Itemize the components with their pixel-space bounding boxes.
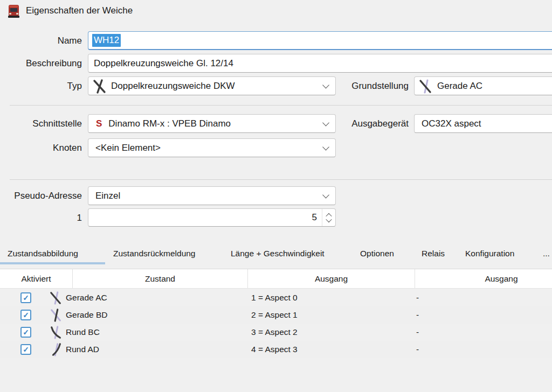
checkmark-icon: ✓ [23,311,29,319]
window-title: Eigenschaften der Weiche [26,0,133,22]
spinner-buttons[interactable] [322,209,335,226]
pseudo-adresse-value: Einzel [88,191,120,201]
beschreibung-label: Beschreibung [0,54,82,73]
beschreibung-value: Doppelkreuzungsweiche Gl. 12/14 [88,58,233,69]
grundstellung-value: Gerade AC [437,81,482,92]
schnittstelle-value: Dinamo RM-x : VPEB Dinamo [108,118,231,129]
table-row[interactable]: ✓ Rund AD 4 = Aspect 3 - [0,341,552,358]
ausgang-2-cell: - [416,289,419,306]
adresse-1-value: 5 [312,209,317,226]
schnittstelle-dropdown[interactable]: S Dinamo RM-x : VPEB Dinamo [88,114,336,133]
chevron-down-icon [322,191,329,198]
column-header-aktiviert[interactable]: Aktiviert [0,269,73,288]
ausgang-1-cell: 3 = Aspect 2 [251,324,298,341]
adresse-1-spinner[interactable]: 5 [88,208,336,227]
ausgabegeraet-value: OC32X aspect [415,118,481,129]
ausgabegeraet-dropdown[interactable]: OC32X aspect [414,114,552,133]
zustand-cell: Rund AD [66,341,99,358]
column-header-ausgang-2[interactable]: Ausgang [415,269,552,288]
pseudo-adresse-dropdown[interactable]: Einzel [88,186,336,205]
checkmark-icon: ✓ [23,294,29,302]
typ-label: Typ [0,76,82,95]
typ-dropdown[interactable]: Doppelkreuzungsweiche DKW [88,76,336,95]
gerade-bd-icon [50,308,63,322]
tab-zustandsrueckmeldung[interactable]: Zustandsrückmeldung [113,245,196,262]
ausgang-2-cell: - [416,306,419,324]
active-tab-indicator [0,262,105,264]
table-row[interactable]: ✓ Gerade BD 2 = Aspect 1 - [0,306,552,324]
table-row[interactable]: ✓ Rund BC 3 = Aspect 2 - [0,324,552,341]
pseudo-adresse-label: Pseudo-Adresse [0,186,82,205]
knoten-value: <Kein Element> [88,143,161,153]
column-header-zustand[interactable]: Zustand [73,269,248,288]
tab-optionen[interactable]: Optionen [360,245,394,262]
chevron-down-icon [322,143,329,150]
grundstellung-dropdown[interactable]: Gerade AC [414,76,552,95]
schnittstelle-label: Schnittstelle [0,114,82,133]
dkw-turnout-icon [93,79,107,94]
knoten-dropdown[interactable]: <Kein Element> [88,138,336,157]
ausgang-1-cell: 4 = Aspect 3 [251,341,298,358]
tab-laenge-geschwindigkeit[interactable]: Länge + Geschwindigkeit [231,245,325,262]
rund-ad-icon [50,342,63,356]
gerade-ac-icon [50,291,63,305]
ausgang-2-cell: - [416,324,419,341]
ausgang-1-cell: 2 = Aspect 1 [251,306,298,324]
ausgang-1-cell: 1 = Aspect 0 [251,289,298,306]
aktiviert-checkbox[interactable]: ✓ [20,310,31,320]
zustand-cell: Gerade BD [66,306,108,324]
aktiviert-checkbox[interactable]: ✓ [20,292,31,303]
separator [10,105,552,106]
adresse-1-label: 1 [0,208,82,227]
name-label: Name [0,31,82,50]
zustand-cell: Rund BC [66,324,100,341]
locomotive-icon [6,4,21,18]
checkmark-icon: ✓ [23,328,29,336]
ausgang-2-cell: - [416,341,419,358]
gerade-ac-icon [419,79,433,94]
chevron-down-icon [322,81,329,88]
typ-value: Doppelkreuzungsweiche DKW [111,81,235,92]
checkmark-icon: ✓ [23,346,29,353]
tab-overflow[interactable]: ... [543,245,550,262]
aktiviert-checkbox[interactable]: ✓ [20,344,31,355]
chevron-down-icon [322,119,329,126]
tab-relais[interactable]: Relais [422,245,445,262]
aktiviert-checkbox[interactable]: ✓ [20,327,31,338]
interface-s-icon: S [96,118,102,129]
tab-zustandsabbildung[interactable]: Zustandsabbildung [8,245,78,262]
zustand-cell: Gerade AC [66,289,107,306]
column-header-ausgang-1[interactable]: Ausgang [248,269,415,288]
knoten-label: Knoten [0,138,82,157]
separator [10,179,552,180]
tab-konfiguration[interactable]: Konfiguration [465,245,514,262]
name-input[interactable]: WH12 [88,31,552,50]
name-value-selected: WH12 [92,34,121,47]
table-header: Aktiviert Zustand Ausgang Ausgang [0,269,552,289]
table-row[interactable]: ✓ Gerade AC 1 = Aspect 0 - [0,289,552,306]
beschreibung-input[interactable]: Doppelkreuzungsweiche Gl. 12/14 [88,54,552,73]
rund-bc-icon [50,325,63,339]
title-bar: Eigenschaften der Weiche [0,0,552,22]
